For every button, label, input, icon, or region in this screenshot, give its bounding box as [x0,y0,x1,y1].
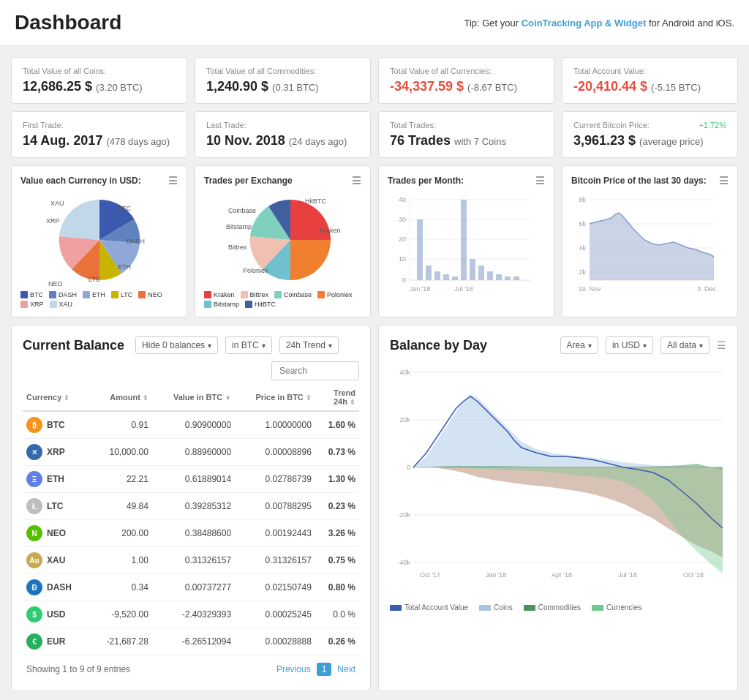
table-header-row: Currency ⇕ Amount ⇕ Value in BTC ▼ Price… [23,384,359,411]
svg-rect-25 [487,271,493,280]
btc-price-svg: 8k 6k 4k 2k 19. Nov 3. Dec [571,192,718,302]
charts-row: Value each Currency in USD: ☰ [11,165,738,317]
table-row: ✕ XRP 10,000.00 0.88960000 0.00008896 0.… [23,439,359,466]
svg-text:40k: 40k [399,369,410,376]
svg-text:0: 0 [407,464,410,471]
stat-first-trade-value: 14 Aug. 2017 (478 days ago) [23,133,176,148]
day-balance-menu[interactable]: ☰ [717,339,726,351]
legend-dash: DASH [49,291,77,298]
amount-cell: -21,687.28 [89,628,152,655]
btc-price-menu[interactable]: ☰ [719,175,729,187]
trend-btn[interactable]: 24h Trend [279,336,339,354]
table-row: Au XAU 1.00 0.31326157 0.31326157 0.75 % [23,547,359,574]
currency-pie-svg: BTC DASH ETH LTC NEO XRP XAU [45,192,154,287]
pie-label-neo: NEO [48,280,63,287]
value-btc-cell: 0.31326157 [152,547,235,574]
stats-row-2: First Trade: 14 Aug. 2017 (478 days ago)… [11,111,738,158]
balance-title: Current Balance [23,338,124,353]
pie-label-ltc: LTC [89,276,101,283]
trades-month-svg: 40 30 20 10 0 [388,192,534,302]
tip-link[interactable]: CoinTracking App & Widget [522,18,647,29]
balance-search-input[interactable] [271,361,359,380]
legend-xrp: XRP [20,301,44,308]
trend-cell: 3.26 % [315,520,359,547]
stat-currencies: Total Value of all Currencies: -34,337.5… [378,57,554,104]
hide-zero-btn[interactable]: Hide 0 balances [135,336,218,354]
svg-rect-23 [470,259,475,280]
prev-btn[interactable]: Previous [276,664,311,674]
trades-month-menu[interactable]: ☰ [535,175,545,187]
svg-text:10: 10 [399,255,406,263]
svg-rect-18 [426,266,432,280]
table-row: Ξ ETH 22.21 0.61889014 0.02786739 1.30 % [23,466,359,493]
svg-rect-19 [434,271,440,280]
value-btc-cell: 0.00737277 [152,574,235,601]
area-btn[interactable]: Area [560,336,598,354]
coin-icon-eth: Ξ [26,471,42,487]
coin-icon-dash: Đ [26,579,42,595]
stat-coins-value: 12,686.25 $ (3.20 BTC) [23,79,176,94]
currency-pie-legend: BTC DASH ETH LTC NEO XRP XAU [20,291,178,308]
stat-currencies-value: -34,337.59 $ (-8.67 BTC) [390,79,543,94]
balance-table-body: ₿ BTC 0.91 0.90900000 1.00000000 1.60 % … [23,411,359,655]
currency-pie-title: Value each Currency in USD: ☰ [20,175,178,187]
usd-btn[interactable]: in USD [606,336,653,354]
legend-commodities: Commodities [524,603,581,611]
currency-symbol: BTC [47,420,65,430]
currency-cell: Đ DASH [23,574,89,601]
col-trend: Trend 24h ⇕ [315,384,359,411]
currency-cell: N NEO [23,520,89,547]
svg-text:Bitstamp: Bitstamp [226,223,252,230]
pie-label-dash: DASH [127,238,145,245]
svg-text:19. Nov: 19. Nov [578,285,601,293]
currency-cell: ₿ BTC [23,411,89,439]
btc-price-chart: Bitcoin Price of the last 30 days: ☰ 8k … [562,165,738,317]
amount-cell: 1.00 [89,547,152,574]
stat-total-trades-label: Total Trades: [390,121,543,129]
day-balance-title: Balance by Day [390,338,487,353]
currency-cell: Au XAU [23,547,89,574]
coin-icon-btc: ₿ [26,417,42,433]
svg-text:HitBTC: HitBTC [305,197,327,205]
trend-cell: 0.75 % [315,547,359,574]
svg-text:-20k: -20k [397,511,410,519]
price-btc-cell: 0.00788295 [235,493,315,520]
trend-cell: 1.30 % [315,466,359,493]
value-btc-cell: -2.40329393 [152,601,235,628]
trades-month-title: Trades per Month: ☰ [388,175,545,187]
page-number[interactable]: 1 [317,663,332,676]
trend-cell: 0.80 % [315,574,359,601]
svg-rect-27 [505,276,511,280]
bottom-row: Current Balance Hide 0 balances in BTC 2… [11,325,738,691]
trend-cell: 0.23 % [315,493,359,520]
exchange-pie-chart: Trades per Exchange ☰ [195,165,371,317]
svg-rect-26 [496,274,502,280]
table-showing: Showing 1 to 9 of 9 entries [26,664,130,674]
table-row: $ USD -9,520.00 -2.40329393 0.00025245 0… [23,601,359,628]
price-btc-cell: 0.31326157 [235,547,315,574]
page-header: Dashboard Tip: Get your CoinTracking App… [0,0,749,46]
stat-account-label: Total Account Value: [573,67,726,75]
balance-table: Currency ⇕ Amount ⇕ Value in BTC ▼ Price… [23,384,359,655]
day-balance-section: Balance by Day Area in USD All data ☰ 40… [378,325,738,691]
alldata-btn[interactable]: All data [660,336,710,354]
pie-label-xau: XAU [50,200,64,207]
currency-cell: € EUR [23,628,89,655]
legend-bitstamp: Bitstamp [204,301,239,308]
svg-text:2k: 2k [579,268,586,276]
currency-symbol: XAU [47,555,65,565]
day-balance-legend: Total Account Value Coins Commodities Cu… [390,603,726,611]
day-balance-header: Balance by Day Area in USD All data ☰ [390,336,726,354]
legend-total-account: Total Account Value [390,603,468,611]
next-btn[interactable]: Next [337,664,355,674]
exchange-pie-legend: Kraken Bittrex Coinbase Poloniex Bitstam… [204,291,361,308]
amount-cell: 0.91 [89,411,152,439]
svg-rect-28 [513,276,519,280]
legend-hitbtc: HitBTC [245,301,276,308]
btc-btn[interactable]: in BTC [225,336,272,354]
currency-pie-menu[interactable]: ☰ [168,175,178,187]
coin-icon-eur: € [26,633,42,650]
exchange-pie-menu[interactable]: ☰ [352,175,361,187]
svg-rect-22 [461,200,467,280]
stat-first-trade: First Trade: 14 Aug. 2017 (478 days ago) [11,111,187,158]
